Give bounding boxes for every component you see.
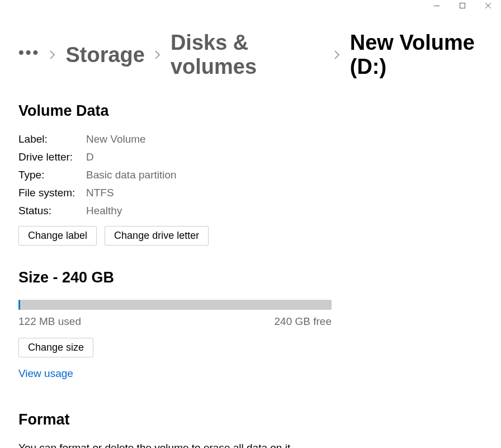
label-label: Label: — [18, 133, 86, 145]
breadcrumb-storage[interactable]: Storage — [65, 43, 144, 67]
size-section: Size - 240 GB 122 MB used 240 GB free Ch… — [18, 269, 501, 380]
file-system-row: File system: NTFS — [18, 187, 501, 199]
status-label: Status: — [18, 205, 86, 217]
format-description: You can format or delete the volume to e… — [18, 442, 501, 448]
volume-data-table: Label: New Volume Drive letter: D Type: … — [18, 133, 501, 217]
type-label: Type: — [18, 169, 86, 181]
size-progress-container — [18, 300, 332, 310]
volume-data-title: Volume Data — [18, 102, 501, 120]
volume-data-section: Volume Data Label: New Volume Drive lett… — [18, 102, 501, 246]
size-progress-bar — [18, 300, 332, 310]
drive-letter-value: D — [86, 151, 94, 163]
chevron-right-icon — [50, 50, 55, 59]
type-value: Basic data partition — [86, 169, 177, 181]
chevron-right-icon — [334, 50, 340, 59]
size-progress-labels: 122 MB used 240 GB free — [18, 315, 332, 328]
change-drive-letter-button[interactable]: Change drive letter — [105, 226, 209, 246]
file-system-label: File system: — [18, 187, 86, 199]
window-controls — [424, 0, 501, 11]
breadcrumb-ellipsis[interactable]: ••• — [18, 45, 40, 65]
close-button[interactable] — [475, 0, 501, 11]
breadcrumb-disks-volumes[interactable]: Disks & volumes — [171, 31, 324, 79]
file-system-value: NTFS — [86, 187, 114, 199]
drive-letter-label: Drive letter: — [18, 151, 86, 163]
breadcrumb: ••• Storage Disks & volumes New Volume (… — [18, 31, 501, 79]
size-free-label: 240 GB free — [275, 315, 332, 328]
maximize-button[interactable] — [450, 0, 475, 11]
status-row: Status: Healthy — [18, 205, 501, 217]
size-buttons: Change size — [18, 338, 501, 357]
volume-data-buttons: Change label Change drive letter — [18, 226, 501, 246]
size-progress-fill — [18, 300, 20, 310]
status-value: Healthy — [86, 205, 122, 217]
format-title: Format — [18, 411, 501, 428]
type-row: Type: Basic data partition — [18, 169, 501, 181]
size-title: Size - 240 GB — [18, 269, 501, 286]
format-section: Format You can format or delete the volu… — [18, 411, 501, 448]
minimize-button[interactable] — [424, 0, 450, 11]
size-used-label: 122 MB used — [18, 315, 81, 328]
change-size-button[interactable]: Change size — [18, 338, 93, 357]
change-label-button[interactable]: Change label — [18, 226, 97, 246]
label-value: New Volume — [86, 133, 146, 145]
chevron-right-icon — [155, 50, 160, 59]
svg-rect-1 — [460, 3, 465, 8]
svg-rect-0 — [434, 6, 439, 6]
drive-letter-row: Drive letter: D — [18, 151, 501, 163]
view-usage-link[interactable]: View usage — [18, 367, 73, 380]
breadcrumb-current: New Volume (D:) — [350, 31, 501, 79]
label-row: Label: New Volume — [18, 133, 501, 145]
